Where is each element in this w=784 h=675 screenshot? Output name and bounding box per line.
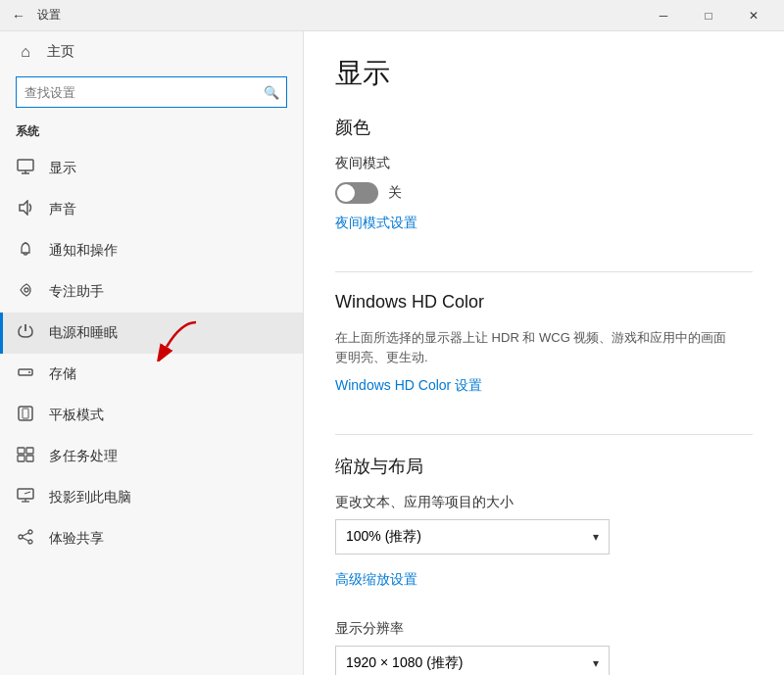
svg-point-4 [24, 288, 28, 292]
settings-window: ← 设置 ─ □ ✕ ⌂ 主页 🔍 系统 [0, 0, 784, 675]
svg-rect-0 [18, 160, 33, 170]
right-panel: 显示 颜色 夜间模式 关 夜间模式设置 Windows HD Color 在上面… [304, 31, 784, 675]
svg-rect-10 [18, 448, 24, 454]
multitask-icon [16, 447, 35, 466]
sidebar-home[interactable]: ⌂ 主页 [0, 31, 303, 72]
sound-label: 声音 [49, 201, 76, 218]
resolution-dropdown-row: 显示分辨率 1920 × 1080 (推荐) ▾ [335, 620, 753, 675]
share-label: 体验共享 [49, 530, 104, 548]
maximize-button[interactable]: □ [686, 0, 731, 31]
sidebar-section-label: 系统 [0, 120, 303, 148]
share-icon [16, 529, 35, 549]
scale-value: 100% (推荐) [346, 528, 421, 546]
night-mode-label: 夜间模式 [335, 155, 753, 172]
hdr-description: 在上面所选择的显示器上让 HDR 和 WCG 视频、游戏和应用中的画面更明亮、更… [335, 328, 727, 366]
notifications-icon [16, 241, 35, 261]
divider-2 [335, 434, 753, 435]
sidebar-item-project[interactable]: 投影到此电脑 [0, 477, 303, 518]
sidebar-item-multitask[interactable]: 多任务处理 [0, 436, 303, 477]
divider-1 [335, 271, 753, 272]
scale-label: 更改文本、应用等项目的大小 [335, 494, 753, 511]
sidebar-item-power[interactable]: 电源和睡眠 [0, 313, 303, 354]
notifications-label: 通知和操作 [49, 242, 118, 260]
svg-line-21 [23, 533, 28, 536]
svg-line-22 [23, 538, 28, 541]
sidebar-item-focus[interactable]: 专注助手 [0, 271, 303, 313]
svg-point-20 [19, 535, 23, 539]
power-label: 电源和睡眠 [49, 324, 118, 342]
svg-point-7 [28, 371, 30, 373]
titlebar: ← 设置 ─ □ ✕ [0, 0, 784, 31]
hdr-settings-link[interactable]: Windows HD Color 设置 [335, 377, 482, 395]
scale-dropdown-row: 更改文本、应用等项目的大小 100% (推荐) ▾ [335, 494, 753, 554]
project-label: 投影到此电脑 [49, 489, 131, 506]
resolution-label: 显示分辨率 [335, 620, 753, 638]
svg-rect-11 [26, 448, 33, 454]
tablet-icon [16, 406, 35, 425]
storage-icon [16, 364, 35, 384]
display-icon [16, 159, 35, 178]
back-button[interactable]: ← [8, 6, 29, 25]
focus-icon [16, 282, 35, 302]
search-icon: 🔍 [264, 85, 279, 100]
storage-label: 存储 [49, 365, 76, 383]
minimize-button[interactable]: ─ [641, 0, 686, 31]
focus-label: 专注助手 [49, 283, 104, 301]
resolution-dropdown-arrow: ▾ [593, 656, 599, 670]
scale-dropdown-arrow: ▾ [593, 530, 599, 544]
multitask-label: 多任务处理 [49, 448, 118, 465]
power-icon [16, 323, 35, 343]
titlebar-controls: ─ □ ✕ [641, 0, 776, 31]
toggle-knob [337, 184, 355, 202]
svg-line-17 [24, 492, 30, 494]
sidebar: ⌂ 主页 🔍 系统 显示 声音 [0, 31, 304, 675]
main-content: ⌂ 主页 🔍 系统 显示 声音 [0, 31, 784, 675]
tablet-label: 平板模式 [49, 407, 104, 424]
night-mode-toggle-label: 关 [388, 184, 402, 202]
sidebar-item-notifications[interactable]: 通知和操作 [0, 230, 303, 271]
titlebar-left: ← 设置 [8, 6, 61, 25]
project-icon [16, 488, 35, 507]
scale-dropdown[interactable]: 100% (推荐) ▾ [335, 519, 610, 554]
sidebar-item-tablet[interactable]: 平板模式 [0, 395, 303, 436]
night-mode-toggle-row: 关 [335, 182, 753, 204]
home-label: 主页 [47, 43, 74, 61]
page-title: 显示 [335, 55, 753, 92]
home-icon: ⌂ [16, 43, 35, 61]
titlebar-title: 设置 [37, 7, 61, 24]
sidebar-item-storage[interactable]: 存储 [0, 354, 303, 395]
sidebar-item-display[interactable]: 显示 [0, 148, 303, 189]
svg-point-19 [28, 540, 32, 544]
search-input[interactable] [16, 76, 287, 108]
svg-rect-13 [26, 456, 33, 461]
night-mode-settings-link[interactable]: 夜间模式设置 [335, 215, 417, 232]
display-label: 显示 [49, 160, 76, 177]
resolution-value: 1920 × 1080 (推荐) [346, 654, 463, 672]
sound-icon [16, 200, 35, 219]
sidebar-item-share[interactable]: 体验共享 [0, 518, 303, 559]
resolution-dropdown[interactable]: 1920 × 1080 (推荐) ▾ [335, 646, 610, 675]
scale-section-title: 缩放与布局 [335, 455, 753, 478]
svg-rect-9 [23, 409, 28, 418]
svg-marker-3 [20, 201, 27, 215]
svg-point-18 [28, 530, 32, 534]
close-button[interactable]: ✕ [731, 0, 776, 31]
sidebar-item-sound[interactable]: 声音 [0, 189, 303, 230]
color-section-title: 颜色 [335, 116, 753, 139]
search-box: 🔍 [16, 76, 287, 108]
hdr-section-title: Windows HD Color [335, 292, 753, 313]
advanced-scale-link[interactable]: 高级缩放设置 [335, 571, 417, 589]
svg-rect-12 [18, 456, 24, 461]
night-mode-toggle[interactable] [335, 182, 378, 204]
